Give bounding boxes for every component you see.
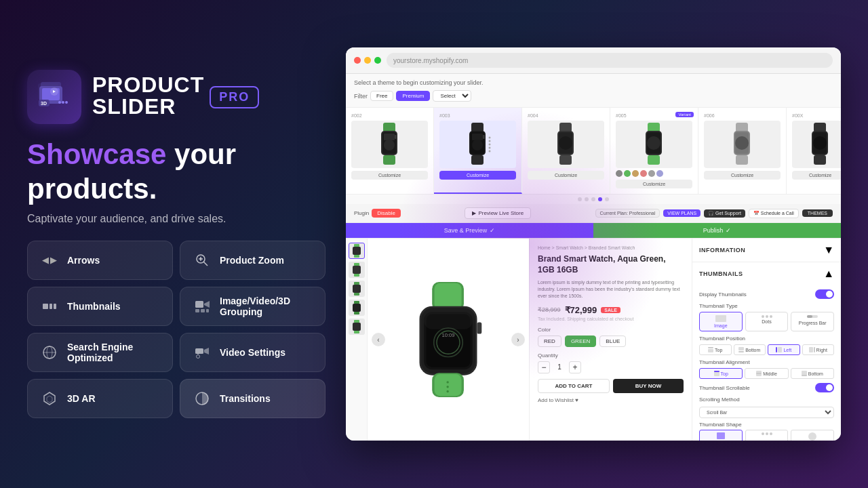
shape-round-btn[interactable]: Round bbox=[791, 430, 834, 441]
feature-arrows[interactable]: ◀ ▶ Arrows bbox=[27, 241, 173, 280]
customize-btn-006[interactable]: Customize bbox=[704, 171, 781, 180]
disable-btn[interactable]: Disable bbox=[372, 209, 401, 218]
thumbnails-section: THUMBNAILS ▲ Display Thumbnails Thumbnai… bbox=[692, 262, 841, 441]
svg-rect-72 bbox=[354, 244, 359, 247]
svg-point-9 bbox=[62, 101, 64, 104]
zoom-icon bbox=[191, 249, 213, 271]
color-green-btn[interactable]: GREEN bbox=[565, 336, 596, 347]
customize-btn-005[interactable]: Customize bbox=[616, 180, 692, 188]
feature-video-settings[interactable]: Video Settings bbox=[180, 333, 326, 372]
shape-boxed-btn[interactable]: Boxed bbox=[699, 430, 743, 441]
filter-premium-btn[interactable]: Premium bbox=[396, 91, 430, 101]
customize-btn-004[interactable]: Customize bbox=[528, 171, 604, 180]
thumb-1[interactable] bbox=[349, 243, 365, 259]
display-thumbnails-toggle[interactable] bbox=[815, 289, 834, 299]
theme-card-partial[interactable]: #00X Customize bbox=[787, 108, 841, 194]
browser-dot-green bbox=[374, 57, 381, 64]
feature-transitions[interactable]: Transitions bbox=[180, 379, 326, 418]
svg-rect-56 bbox=[559, 155, 572, 165]
browser-chrome: yourstore.myshopify.com bbox=[346, 47, 841, 74]
logo-badge-row: PRODUCT SLIDER PRO bbox=[92, 74, 259, 117]
svg-rect-33 bbox=[383, 123, 395, 132]
publish-btn[interactable]: Publish ✓ bbox=[593, 223, 841, 238]
align-bottom-btn[interactable]: Bottom bbox=[791, 368, 834, 379]
svg-point-47 bbox=[489, 136, 491, 138]
theme-card-005[interactable]: Variant #005 bbox=[610, 108, 698, 194]
buy-now-btn[interactable]: BUY NOW bbox=[613, 379, 684, 393]
shape-dots2-btn[interactable] bbox=[745, 430, 789, 441]
filter-free-btn[interactable]: Free bbox=[370, 91, 393, 101]
themes-btn[interactable]: THEMES bbox=[802, 209, 833, 217]
feature-image-video[interactable]: Image/Video/3D Grouping bbox=[180, 287, 326, 326]
svg-rect-22 bbox=[206, 309, 209, 312]
scrolling-method-label: Scrolling Method bbox=[699, 396, 834, 403]
pos-right-btn[interactable]: Right bbox=[802, 344, 835, 355]
type-image-btn[interactable]: Image bbox=[699, 312, 743, 331]
add-to-cart-btn[interactable]: ADD TO CART bbox=[538, 379, 610, 393]
svg-rect-36 bbox=[384, 134, 395, 140]
product-content: ‹ bbox=[346, 239, 841, 441]
information-header[interactable]: INFORMATION ▼ bbox=[692, 239, 841, 262]
preview-btn[interactable]: ▶ Preview Live Store bbox=[465, 207, 531, 219]
color-red-btn[interactable]: RED bbox=[538, 336, 561, 347]
feature-product-zoom[interactable]: Product Zoom bbox=[180, 241, 326, 280]
save-preview-btn[interactable]: Save & Preview ✓ bbox=[346, 223, 593, 238]
display-thumbnails-row: Display Thumbnails bbox=[699, 289, 834, 299]
video-settings-label: Video Settings bbox=[220, 347, 285, 358]
customize-btn-003[interactable]: Customize bbox=[439, 171, 516, 180]
pos-bottom-btn[interactable]: Bottom bbox=[734, 344, 766, 355]
theme-watch-004 bbox=[547, 123, 585, 167]
thumbnails-header[interactable]: THUMBNAILS ▲ bbox=[692, 262, 841, 285]
schedule-btn[interactable]: 📅 Schedule a Call bbox=[749, 209, 799, 218]
feature-3d-ar[interactable]: 3D AR bbox=[27, 379, 173, 418]
thumb-2-icon bbox=[351, 263, 362, 277]
pos-left-btn[interactable]: Left bbox=[768, 344, 800, 355]
theme-card-003[interactable]: #003 bbox=[434, 108, 522, 194]
svg-marker-27 bbox=[204, 348, 209, 354]
prev-arrow-btn[interactable]: ‹ bbox=[372, 333, 385, 346]
transitions-label: Transitions bbox=[220, 393, 271, 404]
theme-num-006: #006 bbox=[704, 113, 781, 118]
color-blue-btn[interactable]: BLUE bbox=[599, 336, 626, 347]
grouping-icon bbox=[191, 296, 213, 317]
feature-thumbnails[interactable]: Thumbnails bbox=[27, 287, 173, 326]
product-preview-area: ‹ bbox=[346, 239, 529, 441]
feature-seo[interactable]: Search Engine Optimized bbox=[27, 333, 173, 372]
variant-colors bbox=[616, 170, 692, 177]
qty-decrease-btn[interactable]: − bbox=[538, 361, 550, 373]
breadcrumb: Home > Smart Watch > Branded Smart Watch bbox=[538, 245, 684, 250]
video-settings-svg bbox=[195, 345, 210, 360]
svg-rect-62 bbox=[736, 123, 748, 132]
next-arrow-btn[interactable]: › bbox=[511, 333, 525, 346]
theme-watch-003 bbox=[459, 123, 496, 167]
type-dots-btn[interactable]: Dots bbox=[745, 312, 789, 331]
theme-num-004: #004 bbox=[528, 113, 604, 118]
thumb-5[interactable] bbox=[349, 319, 365, 335]
pos-top-btn[interactable]: Top bbox=[699, 344, 732, 355]
qty-increase-btn[interactable]: + bbox=[569, 361, 581, 373]
thumbnail-strip bbox=[346, 239, 368, 441]
wishlist-btn[interactable]: Add to Wishlist ♥ bbox=[538, 397, 578, 403]
theme-select-dropdown[interactable]: Select bbox=[433, 90, 471, 102]
carousel-dot-3 bbox=[591, 197, 595, 201]
align-top-btn[interactable]: Top bbox=[699, 368, 743, 379]
theme-card-004[interactable]: #004 Customize bbox=[522, 108, 610, 194]
carousel-dot-2 bbox=[585, 197, 589, 201]
thumb-scrollable-toggle[interactable] bbox=[815, 383, 834, 392]
align-middle-btn[interactable]: Middle bbox=[745, 368, 788, 379]
customize-btn-partial[interactable]: Customize bbox=[792, 171, 841, 180]
thumb-3[interactable] bbox=[349, 281, 365, 297]
ar-svg bbox=[42, 391, 57, 406]
support-btn[interactable]: 🎧 Get Support bbox=[704, 209, 745, 218]
customize-btn-002[interactable]: Customize bbox=[351, 171, 428, 180]
type-progress-btn[interactable]: Progress Bar bbox=[791, 312, 834, 331]
theme-card-002[interactable]: #002 Customize bbox=[346, 108, 434, 194]
scrolling-method-select[interactable]: Scroll Bar bbox=[699, 407, 834, 418]
thumb-4[interactable] bbox=[349, 300, 365, 316]
view-plans-btn[interactable]: VIEW PLANS bbox=[663, 209, 701, 217]
pro-badge: PRO bbox=[210, 86, 259, 108]
theme-card-006[interactable]: #006 Customize bbox=[698, 108, 787, 194]
svg-point-48 bbox=[489, 140, 491, 142]
thumb-2[interactable] bbox=[349, 262, 365, 278]
qty-section: Quantity − 1 + bbox=[538, 352, 684, 373]
